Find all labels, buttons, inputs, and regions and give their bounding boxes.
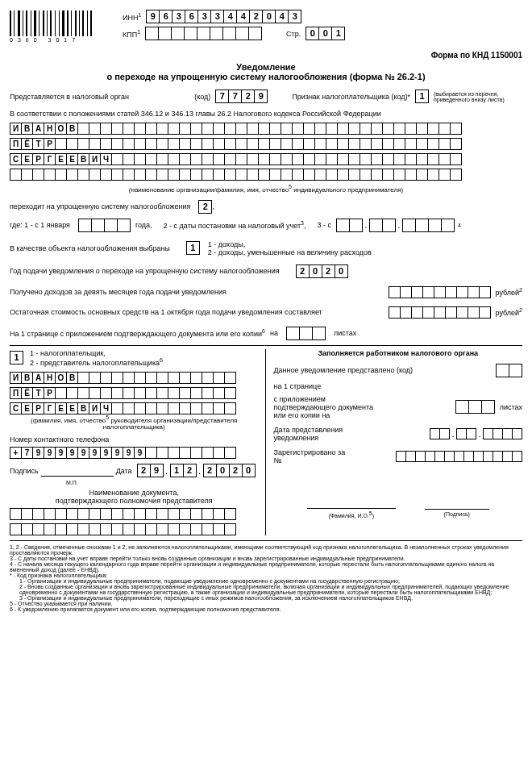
rubles-1: рублей2 [496, 287, 522, 297]
phone-cells: +79999999999 [10, 447, 259, 459]
phone-label: Номер контактного телефона [10, 435, 259, 444]
submit-to-label: Представляется в налоговый орган [10, 93, 129, 101]
submitted-label: Данное уведомление представлено (код) [274, 366, 414, 374]
year-cells: 2020 [296, 264, 348, 278]
residual-cells [389, 306, 491, 319]
sign-cell: 1 [415, 90, 429, 103]
title-2: о переходе на упрощенную систему налогоо… [10, 72, 522, 81]
year-notice-label: Год подачи уведомления о переходе на упр… [10, 267, 280, 275]
footnote-5: 5 - Отчество указывается при наличии. [10, 601, 522, 606]
year-from-cells [78, 219, 131, 232]
code-label: (код) [194, 93, 210, 101]
page-cells: 001 [305, 27, 345, 40]
rep-name-1: ИВАНОВ [10, 372, 259, 384]
attach-cells [455, 400, 495, 414]
income9m-label: Получено доходов за девять месяцев года … [10, 288, 227, 296]
year-label: года, [135, 221, 152, 229]
date-submit: Дата представления уведомления [274, 426, 355, 442]
name-row-4 [10, 169, 522, 181]
opt3-label: 3 - с [318, 221, 332, 229]
rubles-2: рублей2 [496, 307, 522, 317]
date-d: 29 [137, 464, 164, 477]
tax-code-cells: 7729 [215, 90, 268, 103]
footnote-star: * - Код признака налогоплательщика: [10, 573, 522, 578]
fio-line [307, 497, 396, 509]
transition-code: 2 [198, 200, 212, 214]
doc-cells-1 [10, 508, 259, 520]
object-1: 1 - доходы, [208, 240, 372, 248]
signature-line [41, 464, 114, 477]
right-title: Заполняется работником налогового органа [274, 349, 523, 357]
title-1: Уведомление [10, 62, 522, 72]
pages-text: На 1 странице с приложением подтверждающ… [10, 328, 265, 338]
date-from-y [402, 219, 455, 232]
date-label: Дата [116, 467, 132, 475]
barcode [10, 10, 123, 36]
date-from-m [369, 219, 396, 232]
kpp-label: КПП1 [123, 29, 140, 39]
footnote-s1: 1 - Организации и индивидуальные предпри… [10, 578, 522, 584]
sheets-label: листах [334, 329, 356, 337]
doc-cells-2 [10, 523, 259, 535]
mp: М.П. [66, 480, 259, 485]
transition-label: переходит на упрощенную систему налогооб… [10, 202, 190, 210]
page-label: Стр. [286, 30, 301, 38]
footnote-s2: 2 - Вновь созданные организации и вновь … [10, 584, 522, 595]
name-caption: (наименование организации/фамилия, имя, … [10, 184, 522, 194]
registered: Зарегистрировано за № [274, 448, 355, 464]
with-attach: с приложением подтверждающего документа … [274, 395, 387, 419]
sig-line-2 [425, 498, 489, 510]
object-2: 2 - доходы, уменьшенные на величину расх… [208, 248, 372, 256]
reg-cells [396, 451, 522, 462]
object-code: 1 [186, 241, 200, 255]
on-pages: на 1 странице [274, 382, 523, 390]
doc-title: Наименование документа, [10, 489, 259, 497]
date-m: 12 [170, 464, 197, 477]
inn-label: ИНН1 [123, 12, 141, 22]
law-ref: В соответствии с положениями статей 346.… [10, 110, 522, 118]
kpp-cells [145, 27, 262, 40]
sign-label: Признак налогоплательщика (код)* [292, 93, 410, 101]
fio-label: (Фамилия, И.О.5) [305, 510, 398, 519]
pages-cells [286, 327, 326, 340]
who-2: 2 - представитель налогоплательщика6 [30, 357, 163, 367]
name-row-2: ПЁТР [10, 138, 522, 150]
name-row-3: СЕРГЕЕВИЧ [10, 153, 522, 165]
name-row-1: ИВАНОВ [10, 123, 522, 135]
rep-name-2: ПЁТР [10, 387, 259, 399]
footnote-4: 4 - С начала месяца текущего календарног… [10, 561, 522, 573]
date-from-d [336, 219, 363, 232]
footnote-1: 1, 2 - Сведения, отмеченные сносками 1 и… [10, 544, 522, 556]
opt2-label: 2 - с даты постановки на налоговый учет3… [164, 220, 306, 230]
barcode-number: 0360 3017 [10, 37, 123, 43]
doc-title-2: подтверждающего полномочия представителя [10, 497, 259, 505]
sign-note: (выбирается из перечня, приведенного вни… [434, 91, 522, 102]
residual-label: Остаточная стоимость основных средств на… [10, 308, 322, 316]
who-code: 1 [10, 351, 23, 364]
footnote-s3: 3 - Организации и индивидуальные предпри… [10, 595, 522, 601]
where-label: где: 1 - с 1 января [10, 221, 70, 229]
object-label: В качестве объекта налогообложения выбра… [10, 244, 170, 252]
form-code: Форма по КНД 1150001 [431, 51, 522, 60]
sig-label-2: (Подпись) [422, 511, 492, 517]
footnote-3: 3 - С даты постановки на учет вправе пер… [10, 556, 522, 561]
footnote-6: 6 - К уведомлению прилагается документ и… [10, 606, 522, 612]
inn-cells: 963633442043 [146, 10, 301, 23]
submitted-cells [496, 364, 522, 377]
sig-label: Подпись [10, 467, 39, 475]
date-y: 2020 [203, 464, 256, 477]
income-cells [389, 286, 491, 298]
rep-caption: (фамилия, имя, отчество5 руководителя ор… [10, 414, 259, 431]
rep-name-3: СЕРГЕЕВИЧ [10, 402, 259, 414]
who-1: 1 - налогоплательщик, [30, 349, 163, 357]
